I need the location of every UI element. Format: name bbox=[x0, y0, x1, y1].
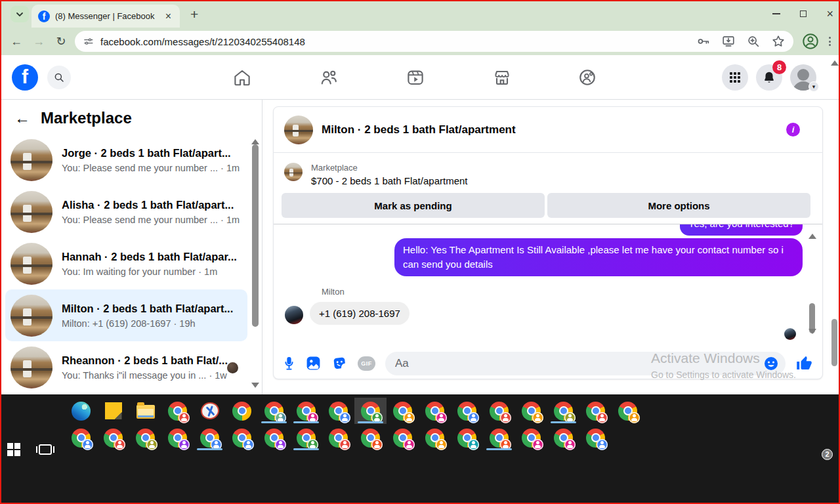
site-settings-icon[interactable] bbox=[83, 36, 94, 47]
screen: f (8) Messenger | Facebook × + × ← → ↻ f… bbox=[0, 0, 840, 504]
forward-button[interactable]: → bbox=[28, 35, 50, 49]
url-bar[interactable]: facebook.com/messages/t/2120340255408148 bbox=[75, 31, 793, 52]
message-input-wrap[interactable] bbox=[385, 352, 786, 375]
taskbar-chrome-button[interactable] bbox=[419, 425, 451, 451]
conversation-item-milton-selected[interactable]: Milton · 2 beds 1 bath Flat/apart... Mil… bbox=[5, 289, 247, 341]
conversation-info-icon[interactable]: i bbox=[786, 123, 800, 136]
incoming-message: +1 (619) 208-1697 bbox=[310, 302, 410, 325]
account-chevron-icon[interactable]: ▾ bbox=[808, 81, 819, 92]
conversation-item-jorge[interactable]: Jorge · 2 beds 1 bath Flat/apart... You:… bbox=[5, 134, 247, 186]
taskbar-snip-button[interactable] bbox=[194, 398, 226, 424]
taskbar-chrome-button[interactable] bbox=[483, 398, 515, 424]
minimize-button[interactable] bbox=[772, 13, 780, 14]
taskbar-chrome-button[interactable] bbox=[483, 425, 515, 451]
taskbar-chrome-button[interactable] bbox=[65, 425, 97, 451]
profile-icon[interactable] bbox=[801, 32, 820, 51]
marketplace-tab-icon[interactable] bbox=[492, 68, 512, 87]
attach-photo-icon[interactable] bbox=[305, 355, 322, 371]
taskbar-chrome-button[interactable] bbox=[387, 425, 419, 451]
sidebar-scrollbar[interactable] bbox=[251, 133, 260, 394]
video-tab-icon[interactable] bbox=[406, 68, 425, 87]
more-options-button[interactable]: More options bbox=[547, 193, 810, 218]
url-text[interactable]: facebook.com/messages/t/2120340255408148 bbox=[100, 36, 690, 47]
conversation-title: Jorge · 2 beds 1 bath Flat/apart... bbox=[62, 147, 240, 159]
home-tab-icon[interactable] bbox=[232, 68, 252, 87]
facebook-header: f 8 ▾ bbox=[0, 55, 840, 100]
taskbar-chrome-button[interactable] bbox=[579, 398, 612, 424]
apps-menu-button[interactable] bbox=[722, 64, 748, 91]
taskbar-chrome-button[interactable] bbox=[515, 398, 547, 424]
taskbar-chrome-button[interactable] bbox=[547, 425, 579, 451]
conversation-avatar bbox=[10, 139, 52, 181]
emoji-icon[interactable] bbox=[763, 356, 779, 371]
gif-icon[interactable]: GIF bbox=[358, 356, 375, 371]
bookmark-star-icon[interactable] bbox=[771, 34, 786, 49]
sticker-icon[interactable] bbox=[331, 354, 348, 372]
taskbar-chrome-button[interactable] bbox=[612, 398, 644, 424]
conversation-item-alisha[interactable]: Alisha · 2 beds 1 bath Flat/apart... You… bbox=[5, 186, 247, 238]
taskbar-chrome-button[interactable] bbox=[451, 398, 483, 424]
taskbar-chrome-button[interactable] bbox=[194, 425, 226, 451]
taskbar-chrome-button[interactable] bbox=[387, 398, 419, 424]
start-button[interactable] bbox=[7, 443, 20, 456]
search-button[interactable] bbox=[47, 66, 71, 89]
taskbar-edge-button[interactable] bbox=[65, 398, 97, 424]
taskbar-chrome-button[interactable] bbox=[579, 425, 612, 451]
friends-tab-icon[interactable] bbox=[319, 68, 339, 87]
scrollbar-thumb[interactable] bbox=[831, 319, 837, 366]
back-arrow-icon[interactable]: ← bbox=[14, 109, 30, 127]
page-scrollbar[interactable] bbox=[831, 56, 839, 393]
scroll-down-icon[interactable] bbox=[808, 329, 816, 338]
taskbar-chrome-button[interactable] bbox=[161, 398, 194, 424]
browser-menu-icon[interactable] bbox=[829, 37, 831, 46]
tab-close-icon[interactable]: × bbox=[163, 10, 173, 22]
restore-button[interactable] bbox=[800, 10, 807, 17]
scroll-up-icon[interactable] bbox=[831, 56, 839, 66]
taskbar-chrome-button[interactable] bbox=[226, 425, 258, 451]
messages-scrollbar[interactable] bbox=[808, 224, 817, 347]
scroll-up-icon[interactable] bbox=[808, 230, 816, 239]
thumbs-up-icon[interactable] bbox=[795, 354, 813, 372]
voice-clip-icon[interactable] bbox=[283, 355, 295, 371]
close-button[interactable]: × bbox=[826, 8, 833, 20]
install-cast-icon[interactable] bbox=[721, 34, 736, 49]
scrollbar-thumb[interactable] bbox=[252, 144, 259, 327]
taskbar-chrome-button[interactable] bbox=[129, 425, 161, 451]
taskbar-sticky-button[interactable] bbox=[97, 398, 129, 424]
new-tab-button[interactable]: + bbox=[190, 7, 198, 22]
taskbar-chrome-button[interactable] bbox=[161, 425, 194, 451]
taskbar-chrome-button[interactable] bbox=[451, 425, 483, 451]
taskbar-chrome-button[interactable] bbox=[258, 398, 290, 424]
conversation-item-rheannon[interactable]: Rheannon · 2 beds 1 bath Flat/... You: T… bbox=[5, 341, 247, 393]
taskbar-chrome-button[interactable] bbox=[322, 398, 354, 424]
task-view-button[interactable] bbox=[39, 444, 52, 455]
notifications-button[interactable]: 8 bbox=[756, 64, 782, 91]
taskbar-chrome-button[interactable] bbox=[547, 398, 579, 424]
back-button[interactable]: ← bbox=[5, 35, 28, 49]
taskbar-chrome-button[interactable] bbox=[97, 425, 129, 451]
facebook-logo[interactable]: f bbox=[12, 64, 38, 91]
taskbar-chrome-button[interactable] bbox=[290, 398, 322, 424]
taskbar-chrome-button[interactable] bbox=[226, 398, 258, 424]
taskbar-chrome-button[interactable] bbox=[290, 425, 322, 451]
taskbar-chrome-button[interactable] bbox=[354, 398, 387, 424]
mark-as-pending-button[interactable]: Mark as pending bbox=[282, 193, 545, 218]
message-input[interactable] bbox=[395, 357, 763, 370]
browser-tab-messenger[interactable]: f (8) Messenger | Facebook × bbox=[32, 5, 180, 28]
conversation-item-hannah[interactable]: Hannah · 2 beds 1 bath Flat/apar... You:… bbox=[5, 238, 247, 289]
tab-list-chevron-button[interactable] bbox=[10, 6, 29, 22]
reload-button[interactable]: ↻ bbox=[50, 34, 72, 49]
scroll-down-icon[interactable] bbox=[251, 383, 259, 392]
taskbar-explorer-button[interactable] bbox=[129, 398, 161, 424]
taskbar-chrome-button[interactable] bbox=[322, 425, 354, 451]
scroll-up-icon[interactable] bbox=[251, 135, 259, 144]
chrome-icon bbox=[457, 402, 476, 421]
conversation-snippet: Milton: +1 (619) 208-1697 bbox=[62, 318, 171, 329]
taskbar-chrome-button[interactable] bbox=[515, 425, 547, 451]
password-key-icon[interactable] bbox=[696, 34, 711, 49]
groups-tab-icon[interactable] bbox=[578, 68, 597, 87]
taskbar-chrome-button[interactable] bbox=[258, 425, 290, 451]
zoom-icon[interactable] bbox=[746, 34, 761, 49]
taskbar-chrome-button[interactable] bbox=[419, 398, 451, 424]
taskbar-chrome-button[interactable] bbox=[354, 425, 387, 451]
